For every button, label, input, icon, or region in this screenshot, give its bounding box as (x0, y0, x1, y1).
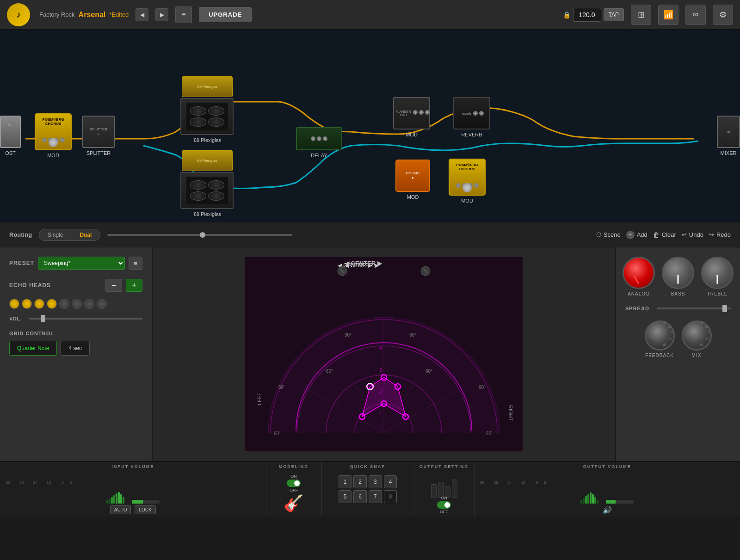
delay-pedal[interactable]: DELAY (296, 127, 342, 158)
svg-text:60°: 60° (426, 369, 432, 374)
echo-heads-dots (9, 299, 142, 309)
snap-2[interactable]: 2 (353, 475, 367, 488)
flanger-pedal[interactable]: FLANGERPRO MOD (393, 97, 430, 137)
routing-position-slider[interactable] (107, 234, 292, 236)
preset-dropdown[interactable]: Sweeping* (38, 257, 125, 270)
orange-mod-pedal[interactable]: POSM©● MOD (395, 160, 430, 200)
routing-slider-thumb[interactable] (200, 232, 205, 238)
grid-control-label: GRID CONTROL (9, 331, 142, 336)
add-label: Add (637, 231, 648, 238)
bpm-display[interactable]: 120.0 (573, 8, 601, 22)
menu-button[interactable]: ≡ (175, 6, 192, 23)
clear-button[interactable]: 🗑 Clear (653, 231, 676, 239)
mixer-label: MIXER (721, 150, 737, 156)
reverb-pedal[interactable]: reverb REVERB (453, 97, 490, 137)
analog-knob[interactable] (623, 257, 655, 289)
output-toggle-pip (444, 502, 450, 508)
analog-label: ANALOG (628, 291, 650, 296)
top-knob-group: ANALOG BASS TREBLE (625, 257, 731, 296)
nav-forward-button[interactable]: ▶ (155, 8, 168, 21)
modeling-toggle-pip (294, 480, 300, 486)
mixer-pedal[interactable]: ⊕ MIXER (717, 116, 740, 156)
spread-thumb[interactable] (722, 305, 727, 312)
splitter-pedal[interactable]: SPLITTER≡ SPLITTER (82, 116, 115, 156)
chorus2-label: MOD (461, 198, 473, 203)
routing-dual[interactable]: Dual (71, 229, 100, 240)
auto-button[interactable]: AUTO (110, 505, 131, 514)
snap-8[interactable]: 8 (384, 490, 397, 503)
scene-button[interactable]: ⬡ Scene (596, 231, 621, 238)
echo-head-6[interactable] (72, 299, 82, 309)
echo-heads-minus[interactable]: − (105, 279, 122, 292)
preset-name: Arsenal (79, 11, 106, 19)
boost-pedal[interactable]: OST (0, 116, 21, 156)
svg-text:30°: 30° (409, 332, 416, 338)
snap-5[interactable]: 5 (339, 490, 352, 503)
output-toggle[interactable] (437, 501, 451, 509)
snap-7[interactable]: 7 (369, 490, 382, 503)
output-on-label: ON (441, 496, 447, 500)
lock-button[interactable]: LOCK (135, 505, 155, 514)
volume-slider[interactable] (29, 318, 142, 320)
add-button[interactable]: + Add (626, 231, 648, 239)
upgrade-button[interactable]: UPGRADE (199, 7, 252, 22)
echo-head-3[interactable] (34, 299, 44, 309)
settings-button[interactable]: ⚙ (713, 5, 733, 25)
svg-text:90': 90' (486, 431, 492, 436)
amp-bottom[interactable]: '69 Plexiglas '69 Plexiglas (180, 150, 234, 217)
preset-menu-icon: ≡ (134, 260, 137, 267)
snap-6[interactable]: 6 (353, 490, 367, 503)
echo-head-4[interactable] (47, 299, 57, 309)
treble-knob[interactable] (701, 257, 734, 289)
nav-back-button[interactable]: ◀ (136, 8, 148, 21)
treble-knob-indicator (717, 275, 718, 284)
grid-quarter-note[interactable]: Quarter Note (9, 341, 57, 356)
amp-top[interactable]: '69 Plexiglas '69 Plexiglas (180, 76, 234, 143)
snap-1[interactable]: 1 (339, 475, 352, 488)
svg-text:40: 40 (700, 321, 703, 324)
undo-button[interactable]: ↩ Undo (682, 231, 703, 238)
svg-text:RIGHT: RIGHT (508, 405, 513, 421)
radar-svg: 1 2 3 4 ◀ CENTER ▶ ◀ CENTER ▶ ◀ CENTER ▶… (245, 257, 523, 451)
svg-text:3: 3 (379, 367, 382, 373)
splitter-label: SPLITTER (86, 150, 111, 156)
snap-4[interactable]: 4 (384, 475, 397, 488)
echo-heads-label: ECHO HEADS (9, 282, 102, 289)
modeling-toggle[interactable] (287, 480, 301, 487)
chorus2-pedal[interactable]: POSM©ERGCHORUS MOD (449, 159, 486, 203)
undo-label: Undo (689, 231, 703, 238)
svg-text:70: 70 (668, 338, 672, 341)
volume-slider-thumb[interactable] (41, 315, 45, 322)
redo-button[interactable]: ↪ Redo (709, 231, 731, 238)
grid-seconds[interactable]: 4 sec (61, 341, 90, 356)
preset-manager-button[interactable]: ⊞ (631, 5, 651, 25)
echo-head-7[interactable] (84, 299, 94, 309)
performance-button[interactable]: 📶 (658, 5, 678, 25)
echo-head-1[interactable] (9, 299, 19, 309)
mix-knob[interactable]: 40 50 60 70 80 (682, 320, 712, 351)
snap-grid: 1 2 3 4 5 6 7 8 (339, 475, 397, 503)
flanger-label: MOD (406, 132, 418, 137)
echo-head-2[interactable] (22, 299, 32, 309)
svg-text:90': 90' (274, 431, 280, 436)
bass-knob-indicator (678, 275, 679, 284)
feedback-knob[interactable]: 40 50 60 70 80 (645, 320, 675, 351)
bass-knob[interactable] (662, 257, 694, 289)
echo-heads-plus[interactable]: + (126, 279, 142, 292)
settings-icon: ⚙ (719, 10, 727, 20)
spread-slider[interactable] (657, 308, 731, 309)
echo-head-8[interactable] (97, 299, 107, 309)
treble-knob-item: TREBLE (701, 257, 734, 296)
routing-single[interactable]: Single (39, 229, 71, 240)
chorus-mod-pedal[interactable]: POSM©ERGCHORUS MOD (35, 113, 72, 158)
svg-text:70: 70 (705, 338, 709, 341)
preset-menu-button[interactable]: ≡ (129, 257, 142, 270)
echo-heads-row: ECHO HEADS − + (9, 279, 142, 292)
tap-button[interactable]: TAP (604, 8, 624, 21)
svg-text:80: 80 (700, 343, 703, 346)
snap-3[interactable]: 3 (369, 475, 382, 488)
echo-head-5[interactable] (59, 299, 69, 309)
svg-text:LEFT: LEFT (257, 393, 262, 405)
loop-button[interactable]: ∞ (685, 5, 706, 25)
bass-knob-item: BASS (662, 257, 694, 296)
